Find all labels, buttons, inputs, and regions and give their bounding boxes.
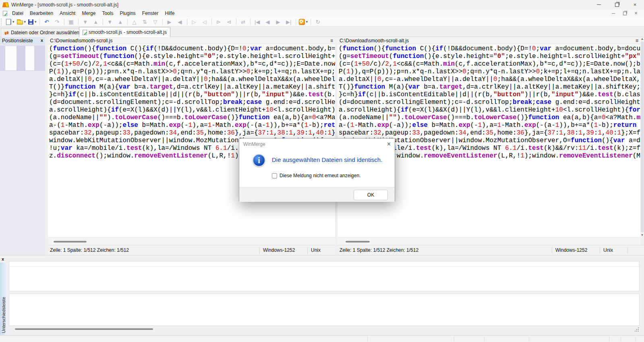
- diff-pane-tab[interactable]: Unterschiedsleiste: [0, 263, 7, 336]
- next-file-button[interactable]: ▶: [273, 18, 284, 26]
- copy-right-icon: ▶: [168, 19, 172, 25]
- menu-tools[interactable]: Tools: [99, 9, 116, 17]
- left-status-encoding[interactable]: Windows-1252: [260, 247, 307, 253]
- location-bar-right: [25, 46, 35, 71]
- left-status-position: Zeile: 1 Spalte: 1/512 Zeichen: 1/512: [48, 247, 259, 253]
- code-line: P(1)),q=P(p)));p=n.x*q-n.lastX>>0;q=n.y*…: [49, 68, 335, 76]
- mdi-restore-button[interactable]: [619, 10, 630, 17]
- dialog-title-bar[interactable]: WinMerge ×: [239, 139, 395, 150]
- copy-left-button[interactable]: ◀: [175, 18, 185, 26]
- scroll-down-icon[interactable]: ▼: [641, 233, 644, 237]
- close-button[interactable]: ×: [626, 0, 644, 9]
- dont-show-again-checkbox[interactable]: [272, 173, 277, 178]
- menu-bar: DateiBearbeitenAnsichtMergeToolsPluginsF…: [0, 9, 644, 17]
- location-bars[interactable]: [0, 46, 45, 71]
- right-status-eol[interactable]: Unix: [600, 247, 627, 253]
- options-button[interactable]: ▾: [298, 18, 309, 26]
- prev-diff-button[interactable]: ▲: [91, 18, 101, 26]
- code-line: a.scrollHeight){if(e=X(l)&&X(d)||Y(l),v&…: [49, 106, 335, 114]
- location-pane-close-icon[interactable]: x: [41, 38, 43, 43]
- right-hscroll-thumb[interactable]: [346, 241, 370, 243]
- save-button[interactable]: ▾: [27, 18, 38, 26]
- copy-right-button[interactable]: ▶: [164, 18, 175, 26]
- next-diff-button[interactable]: ▼: [80, 18, 91, 26]
- first-diff-button[interactable]: △: [129, 18, 140, 26]
- copy-right-advance-button[interactable]: ▷: [189, 18, 199, 26]
- swap-panes-button[interactable]: ⇄: [238, 18, 248, 26]
- prev-file-button[interactable]: ◀: [263, 18, 273, 26]
- scroll-up-icon[interactable]: ▲: [641, 37, 644, 41]
- splitter[interactable]: [45, 37, 48, 255]
- diff-content-bottom[interactable]: [9, 294, 640, 326]
- left-pane-header: C:\Download\smooth-scroll.js ≡: [48, 37, 335, 44]
- dropdown-arrow-icon[interactable]: ▾: [12, 20, 14, 24]
- resize-grip[interactable]: [635, 327, 640, 333]
- code-line: (function(){function C(){if(!D&&document…: [339, 45, 640, 53]
- open-button[interactable]: ▾: [16, 18, 27, 26]
- copy-all-left-button[interactable]: ⊲: [224, 18, 234, 26]
- left-status-bar: Zeile: 1 Spalte: 1/512 Zeichen: 1/512 Wi…: [48, 245, 335, 255]
- tab-bar: ⇄ Dateien oder Ordner auswählen smooth-s…: [0, 27, 644, 37]
- first-file-button[interactable]: |◀: [252, 18, 263, 26]
- diff-hscroll-thumb[interactable]: [15, 328, 153, 330]
- view-split-button[interactable]: ▦: [66, 18, 77, 26]
- menu-datei[interactable]: Datei: [9, 9, 27, 17]
- right-pane-menu-icon[interactable]: ≡: [636, 38, 638, 43]
- dialog-close-icon[interactable]: ×: [387, 141, 391, 147]
- tab-folder-compare[interactable]: ⇄ Dateien oder Ordner auswählen: [1, 28, 83, 37]
- dropdown-arrow-icon[interactable]: ▾: [306, 20, 308, 24]
- prev-conflict-button[interactable]: ▲: [115, 18, 126, 26]
- new-file-icon: [7, 19, 11, 25]
- menu-bearbeiten[interactable]: Bearbeiten: [27, 9, 56, 17]
- new-file-button[interactable]: ▾: [5, 18, 16, 26]
- last-diff-button[interactable]: ▽: [150, 18, 161, 26]
- mdi-minimize-button[interactable]: [608, 10, 619, 17]
- minimize-button[interactable]: [590, 0, 608, 9]
- statusbar-separator: [367, 336, 368, 342]
- left-pane-menu-icon[interactable]: ≡: [330, 38, 333, 43]
- ok-button[interactable]: OK: [354, 190, 388, 200]
- vertical-scrollbar[interactable]: ▲ ▼: [640, 37, 644, 237]
- menu-hilfe[interactable]: Hilfe: [162, 9, 178, 17]
- diff-pane-close-icon[interactable]: x: [2, 257, 4, 261]
- menu-plugins[interactable]: Plugins: [116, 9, 139, 17]
- current-diff-button[interactable]: ⇅: [140, 18, 150, 26]
- last-diff-icon: ▽: [153, 19, 157, 25]
- restore-button[interactable]: [608, 0, 626, 9]
- code-line: a-(1-Math.exp(-a));else b=Math.exp(-1),a…: [49, 122, 335, 129]
- dropdown-arrow-icon[interactable]: ▾: [35, 20, 37, 24]
- code-line: (d=document.scrollingElement);c=-d.scrol…: [49, 99, 335, 106]
- dropdown-arrow-icon[interactable]: ▾: [24, 20, 26, 24]
- copy-all-left-icon: ⊲: [227, 19, 231, 25]
- tab-file-compare[interactable]: smooth-scroll.js - smooth-scroll-alt.js: [79, 27, 170, 37]
- left-hscroll-thumb[interactable]: [54, 241, 87, 243]
- location-pane[interactable]: [0, 44, 45, 255]
- next-conflict-button[interactable]: ▼: [105, 18, 115, 26]
- undo-button[interactable]: ↶: [41, 18, 52, 26]
- right-horizontal-scrollbar[interactable]: [338, 237, 640, 245]
- copy-right-advance-icon: ▷: [192, 19, 196, 25]
- left-status-eol[interactable]: Unix: [308, 247, 335, 253]
- last-file-icon: ▶|: [286, 19, 291, 25]
- copy-all-right-button[interactable]: ⊳: [213, 18, 224, 26]
- vscroll-thumb[interactable]: [641, 41, 644, 232]
- mdi-close-button[interactable]: ×: [630, 10, 642, 17]
- last-file-button[interactable]: ▶|: [284, 18, 294, 26]
- redo-button[interactable]: ↷: [52, 18, 62, 26]
- right-status-encoding[interactable]: Windows-1252: [552, 247, 600, 253]
- prev-conflict-icon: ▲: [118, 19, 123, 25]
- menu-merge[interactable]: Merge: [79, 9, 99, 17]
- right-status-position: Zeile: 1 Spalte: 1/512 Zeichen: 1/512: [338, 247, 552, 253]
- refresh-button[interactable]: ↻: [313, 18, 323, 26]
- mdi-minimize-icon: [612, 13, 615, 14]
- menu-fenster[interactable]: Fenster: [139, 9, 162, 17]
- code-line: a-(1-Math.exp(-a));else b=Math.exp(-1),a…: [339, 122, 640, 129]
- statusbar-separator: [609, 336, 609, 342]
- menu-ansicht[interactable]: Ansicht: [56, 9, 79, 17]
- copy-left-advance-button[interactable]: ◁: [199, 18, 210, 26]
- tab-label: smooth-scroll.js - smooth-scroll-alt.js: [89, 29, 167, 35]
- diff-content-top[interactable]: [9, 261, 640, 291]
- statusbar-separator: [484, 336, 485, 342]
- left-horizontal-scrollbar[interactable]: [48, 237, 335, 245]
- file-compare-icon: [83, 30, 87, 35]
